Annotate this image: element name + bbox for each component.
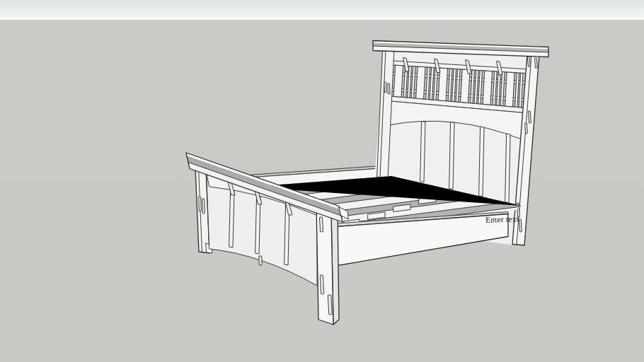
- 3d-viewport[interactable]: Enter text: [0, 0, 644, 362]
- sky: [0, 0, 644, 21]
- footboard-near-post[interactable]: [316, 206, 339, 325]
- rail-annotation[interactable]: Enter text: [485, 214, 519, 224]
